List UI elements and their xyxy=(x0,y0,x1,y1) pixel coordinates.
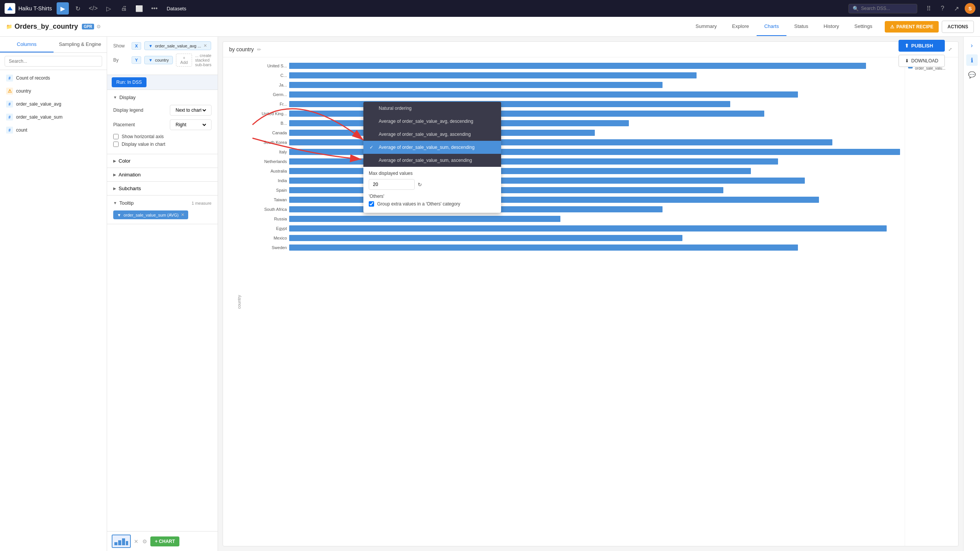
tab-settings[interactable]: Settings xyxy=(847,17,880,36)
download-button[interactable]: ⬇ DOWNLOAD xyxy=(899,55,945,67)
nav-more-icon[interactable]: ••• xyxy=(148,2,161,15)
avatar[interactable]: S xyxy=(965,3,975,14)
sidebar-chat-icon[interactable]: 💬 xyxy=(966,69,978,80)
color-section[interactable]: ▶ Color xyxy=(107,154,218,168)
bar-label: Netherlands xyxy=(251,159,287,164)
bar-label: South Korea xyxy=(251,140,287,145)
tab-charts[interactable]: Charts xyxy=(757,17,786,36)
bar-label: C... xyxy=(251,73,287,78)
dropdown-item-natural[interactable]: Natural ordering xyxy=(363,102,501,115)
bar xyxy=(289,111,764,117)
nav-deploy-icon[interactable]: 🖨 xyxy=(118,2,130,15)
dropdown-item-sum-desc[interactable]: ✓ Average of order_sale_value_sum, desce… xyxy=(363,141,501,154)
sub-nav-tabs: Summary Explore Charts Status History Se… xyxy=(688,17,880,36)
y-axis-badge[interactable]: Y xyxy=(132,56,141,64)
display-section-title: Display xyxy=(119,95,136,100)
sidebar-expand-icon[interactable]: › xyxy=(966,40,978,51)
list-item[interactable]: ⚠ country xyxy=(0,85,107,98)
display-value-checkbox[interactable] xyxy=(113,142,119,147)
others-checkbox[interactable] xyxy=(369,201,374,207)
bar-label: Mexico xyxy=(251,236,287,240)
tab-explore[interactable]: Explore xyxy=(724,17,757,36)
sidebar-tab-sampling[interactable]: Sampling & Engine xyxy=(54,37,107,52)
subcharts-section[interactable]: ▶ Subcharts xyxy=(107,182,218,196)
dropdown-item-avg-desc[interactable]: Average of order_sale_value_avg, descend… xyxy=(363,115,501,128)
bar-container xyxy=(289,225,900,232)
edit-chart-icon[interactable]: ✏ xyxy=(257,47,261,52)
bar-row: Spain xyxy=(251,186,900,194)
bar-label: B... xyxy=(251,121,287,126)
nav-flow-icon[interactable]: ▶ xyxy=(57,2,69,15)
nav-run-icon[interactable]: ▷ xyxy=(103,2,115,15)
x-field-chip[interactable]: ▼ order_sale_value_avg ... ✕ xyxy=(144,41,211,50)
type-badge-count: # xyxy=(6,75,13,82)
help-icon[interactable]: ? xyxy=(937,3,948,14)
trend-icon[interactable]: ↗ xyxy=(951,3,962,14)
legend-row: Display legend Next to chart Below chart… xyxy=(113,105,212,116)
sidebar-tab-columns[interactable]: Columns xyxy=(0,37,54,52)
publish-button[interactable]: ⬆ PUBLISH xyxy=(899,40,945,52)
dropdown-menu: Natural ordering Average of order_sale_v… xyxy=(363,102,501,213)
actions-button[interactable]: ACTIONS xyxy=(942,21,974,33)
action-buttons: ⬆ PUBLISH ⬇ DOWNLOAD xyxy=(899,40,945,67)
legend-select[interactable]: Next to chart Below chart None xyxy=(170,105,212,116)
tab-status[interactable]: Status xyxy=(786,17,816,36)
expand-icon[interactable]: ⤢ xyxy=(948,47,952,52)
search-box[interactable]: 🔍 xyxy=(848,4,917,13)
tooltip-section-header[interactable]: ▼ Tooltip 1 measure xyxy=(113,200,212,206)
display-value-label: Display value in chart xyxy=(122,142,165,147)
y-field-chip[interactable]: ▼ country xyxy=(144,56,173,64)
max-values-input[interactable] xyxy=(369,179,415,190)
remove-tooltip-chip[interactable]: ✕ xyxy=(181,212,184,217)
nav-refresh-icon[interactable]: ↻ xyxy=(72,2,84,15)
list-item[interactable]: # Count of records xyxy=(0,72,107,85)
chevron-right-icon: ▶ xyxy=(113,186,116,191)
add-chart-button[interactable]: + CHART xyxy=(150,536,179,546)
chart-canvas: country United S... C... Ja... xyxy=(223,57,905,546)
dropdown-item-sum-asc[interactable]: Average of order_sale_value_sum, ascendi… xyxy=(363,154,501,167)
placement-select[interactable]: Right Left Top Bottom xyxy=(170,119,212,130)
settings-chart-icon[interactable]: ⚙ xyxy=(142,538,147,544)
chart-thumbnail[interactable] xyxy=(112,535,131,548)
nav-view-icon[interactable]: ⬜ xyxy=(133,2,145,15)
remove-x-field[interactable]: ✕ xyxy=(203,43,207,48)
dataset-folder-icon[interactable]: 📁 xyxy=(6,24,12,29)
tooltip-chip[interactable]: ▼ order_sale_value_sum (AVG) ✕ xyxy=(113,210,188,219)
column-name: Count of records xyxy=(16,75,50,81)
bar-container xyxy=(289,215,900,223)
remove-chart-icon[interactable]: ✕ xyxy=(134,538,138,544)
bar-row: C... xyxy=(251,72,900,79)
animation-section[interactable]: ▶ Animation xyxy=(107,168,218,182)
run-button[interactable]: Run: In DSS xyxy=(112,77,147,87)
nav-code-icon[interactable]: </> xyxy=(87,2,99,15)
bar-row: Canada xyxy=(251,129,900,137)
column-search-input[interactable] xyxy=(5,56,102,67)
tab-summary[interactable]: Summary xyxy=(688,17,724,36)
subcharts-section-title: Subcharts xyxy=(119,186,141,191)
parent-recipe-button[interactable]: ⚠ PARENT RECIPE xyxy=(885,21,939,33)
horizontal-axis-checkbox[interactable] xyxy=(113,134,119,139)
app-logo[interactable] xyxy=(5,3,15,14)
search-input[interactable] xyxy=(861,6,911,11)
list-item[interactable]: # order_sale_value_avg xyxy=(0,98,107,111)
dataset-settings-icon[interactable]: ⚙ xyxy=(96,24,101,29)
bar-label: Ja... xyxy=(251,83,287,87)
add-axis-button[interactable]: + Add xyxy=(176,54,192,67)
chevron-right-icon: ▶ xyxy=(113,159,116,163)
sidebar-info-icon[interactable]: ℹ xyxy=(966,54,978,66)
sidebar-search xyxy=(0,53,107,70)
legend-select-input[interactable]: Next to chart Below chart None xyxy=(174,107,207,113)
right-sidebar: › ℹ 💬 xyxy=(963,37,980,551)
x-axis-badge[interactable]: X xyxy=(132,42,141,50)
placement-select-input[interactable]: Right Left Top Bottom xyxy=(174,122,207,128)
grid-icon[interactable]: ⠿ xyxy=(923,3,934,14)
show-label: Show xyxy=(113,43,129,49)
refresh-max-icon[interactable]: ↻ xyxy=(418,182,422,187)
chart-wrapper: ⬆ PUBLISH ⬇ DOWNLOAD by country ✏ 143 re… xyxy=(218,37,963,551)
list-item[interactable]: # order_sale_value_sum xyxy=(0,111,107,124)
chevron-down-icon: ▼ xyxy=(113,201,117,205)
display-section-header[interactable]: ▼ Display xyxy=(113,95,212,100)
dropdown-item-avg-asc[interactable]: Average of order_sale_value_avg, ascendi… xyxy=(363,128,501,141)
tab-history[interactable]: History xyxy=(816,17,847,36)
list-item[interactable]: # count xyxy=(0,124,107,137)
